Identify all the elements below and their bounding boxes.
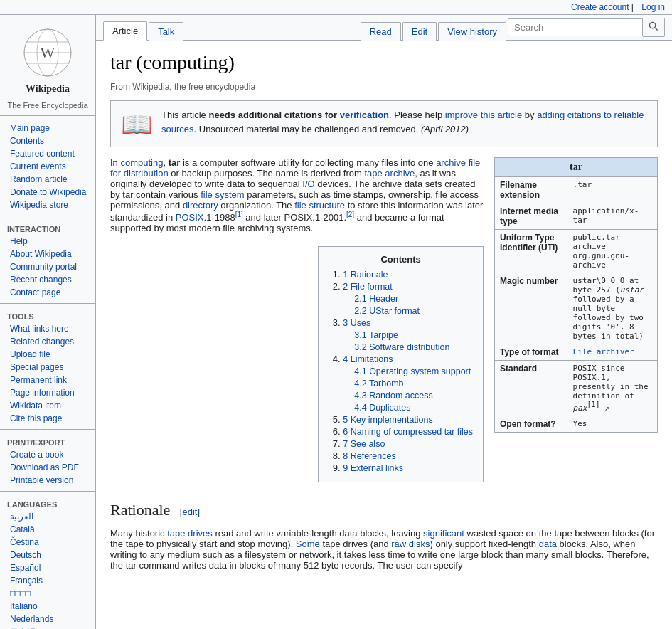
tab-article[interactable]: Article	[103, 21, 147, 41]
toc-item-2-2[interactable]: 2.2 UStar format	[354, 306, 420, 316]
table-row: Internet media type application/x-tar	[495, 204, 657, 230]
computing-link[interactable]: computing	[120, 157, 163, 168]
search-input[interactable]	[508, 18, 643, 36]
sidebar-item-help[interactable]: Help	[0, 235, 95, 248]
sidebar-item-cite-this-page[interactable]: Cite this page	[0, 412, 95, 425]
toc-item-4[interactable]: 4 Limitations	[343, 354, 393, 364]
tab-talk[interactable]: Talk	[149, 22, 183, 41]
toc-item-4-4[interactable]: 4.4 Duplicates	[354, 403, 410, 413]
sidebar-item-related-changes[interactable]: Related changes	[0, 335, 95, 348]
sidebar-item-page-information[interactable]: Page information	[0, 386, 95, 399]
archive-file-link[interactable]: archive file for distribution	[110, 157, 480, 179]
toc-item-3-2[interactable]: 3.2 Software distribution	[354, 342, 449, 352]
sidebar-item-special-pages[interactable]: Special pages	[0, 361, 95, 374]
toc-item-4-1[interactable]: 4.1 Operating system support	[354, 366, 471, 376]
table-row: Uniform Type Identifier (UTI) public.tar…	[495, 230, 657, 273]
sidebar-item-what-links-here[interactable]: What links here	[0, 322, 95, 335]
infobox-label-open: Open format?	[495, 416, 568, 432]
toc-item-3-1[interactable]: 3.1 Tarpipe	[354, 330, 398, 340]
significant-link[interactable]: significant	[423, 528, 464, 539]
toc-item-5[interactable]: 5 Key implementations	[343, 415, 432, 425]
toc-item-2[interactable]: 2 File format	[343, 282, 392, 292]
sidebar-item-japanese[interactable]: 日本語	[0, 625, 95, 629]
sidebar-item-main-page[interactable]: Main page	[0, 122, 95, 134]
sidebar-item-francais[interactable]: Français	[0, 574, 95, 587]
sidebar: W Wikipedia The Free Encyclopedia Main p…	[0, 15, 96, 629]
tab-view-history[interactable]: View history	[438, 22, 506, 41]
list-item: 2.2 UStar format	[354, 305, 473, 316]
file-structure-link[interactable]: file structure	[294, 200, 345, 211]
raw-disks-link[interactable]: raw disks	[391, 539, 430, 549]
sidebar-item-permanent-link[interactable]: Permanent link	[0, 374, 95, 386]
sidebar-item-deutsch[interactable]: Deutsch	[0, 549, 95, 561]
toc-item-4-3[interactable]: 4.3 Random access	[354, 391, 432, 401]
sidebar-item-contents[interactable]: Contents	[0, 134, 95, 147]
toc-item-6[interactable]: 6 Naming of compressed tar files	[343, 427, 473, 437]
directory-link[interactable]: directory	[183, 200, 218, 211]
file-archiver-link[interactable]: File archiver	[573, 347, 634, 356]
ref2-link[interactable]: [2]	[346, 211, 354, 218]
toc-item-3[interactable]: 3 Uses	[343, 318, 370, 328]
sidebar-item-wikipedia-store[interactable]: Wikipedia store	[0, 199, 95, 211]
toc-item-4-2[interactable]: 4.2 Tarbomb	[354, 379, 403, 388]
list-item: 7 See also	[343, 438, 473, 449]
sidebar-item-printable-version[interactable]: Printable version	[0, 474, 95, 487]
create-account-link[interactable]: Create account	[571, 2, 629, 12]
infobox-label-magic: Magic number	[495, 273, 568, 344]
article-subtitle: From Wikipedia, the free encyclopedia	[110, 82, 658, 92]
sidebar-item-upload-file[interactable]: Upload file	[0, 348, 95, 361]
sidebar-item-featured-content[interactable]: Featured content	[0, 147, 95, 160]
sidebar-item-arabic[interactable]: العربية	[0, 510, 95, 523]
verification-link[interactable]: verification	[340, 110, 389, 120]
sidebar-item-espanol[interactable]: Español	[0, 561, 95, 574]
some-link[interactable]: Some	[296, 539, 320, 549]
tape-archive-link[interactable]: tape archive	[364, 168, 415, 179]
sidebar-item-italiano[interactable]: Italiano	[0, 600, 95, 613]
toc-item-7[interactable]: 7 See also	[343, 439, 385, 449]
sidebar-item-japanese-kana[interactable]: □□□□	[0, 587, 95, 600]
posix-link[interactable]: POSIX	[176, 212, 204, 223]
languages-title: Languages	[0, 497, 95, 510]
notice-date: (April 2012)	[421, 124, 469, 134]
list-item: 4 Limitations 4.1 Operating system suppo…	[343, 354, 473, 413]
improve-article-link[interactable]: improve this article	[445, 110, 522, 120]
sidebar-item-contact-page[interactable]: Contact page	[0, 286, 95, 299]
toc-item-8[interactable]: 8 References	[343, 451, 395, 461]
log-in-link[interactable]: Log in	[641, 2, 665, 12]
data-link[interactable]: data	[539, 539, 557, 549]
sidebar-item-wikidata-item[interactable]: Wikidata item	[0, 399, 95, 412]
tab-read[interactable]: Read	[361, 22, 401, 41]
search-button[interactable]	[643, 18, 665, 37]
notice-text: This article needs additional citations …	[161, 108, 647, 136]
sidebar-item-donate[interactable]: Donate to Wikipedia	[0, 186, 95, 199]
list-item: 2.1 Header	[354, 293, 473, 304]
toc-item-1[interactable]: 1 Rationale	[343, 270, 388, 280]
sidebar-item-recent-changes[interactable]: Recent changes	[0, 273, 95, 286]
sidebar-item-about-wikipedia[interactable]: About Wikipedia	[0, 248, 95, 260]
io-link[interactable]: I/O	[302, 179, 314, 189]
list-item: 4.4 Duplicates	[354, 402, 473, 413]
edit-rationale-link[interactable]: [edit]	[180, 507, 200, 517]
file-system-link[interactable]: file system	[201, 189, 244, 200]
infobox-title: tar	[495, 158, 657, 176]
sidebar-item-catala[interactable]: Català	[0, 523, 95, 536]
tab-edit[interactable]: Edit	[402, 22, 437, 41]
interaction-section: Interaction Help About Wikipedia Communi…	[0, 219, 95, 300]
table-row: Open format? Yes	[495, 416, 657, 432]
infobox-label-media-type: Internet media type	[495, 204, 568, 230]
toc-item-2-1[interactable]: 2.1 Header	[354, 294, 398, 304]
sidebar-item-community-portal[interactable]: Community portal	[0, 260, 95, 273]
infobox: tar Filename extension .tar Internet med…	[494, 157, 658, 433]
sidebar-item-create-book[interactable]: Create a book	[0, 448, 95, 461]
list-item: 6 Naming of compressed tar files	[343, 426, 473, 437]
sidebar-item-download-pdf[interactable]: Download as PDF	[0, 461, 95, 474]
sidebar-item-cestina[interactable]: Čeština	[0, 536, 95, 549]
sidebar-item-random-article[interactable]: Random article	[0, 173, 95, 186]
toc-item-9[interactable]: 9 External links	[343, 463, 403, 473]
sidebar-item-nederlands[interactable]: Nederlands	[0, 613, 95, 625]
ref1-link[interactable]: [1]	[235, 211, 243, 218]
tape-drives-link[interactable]: tape drives	[167, 528, 213, 539]
table-row: Type of format File archiver	[495, 344, 657, 361]
print-title: Print/export	[0, 435, 95, 448]
sidebar-item-current-events[interactable]: Current events	[0, 160, 95, 173]
